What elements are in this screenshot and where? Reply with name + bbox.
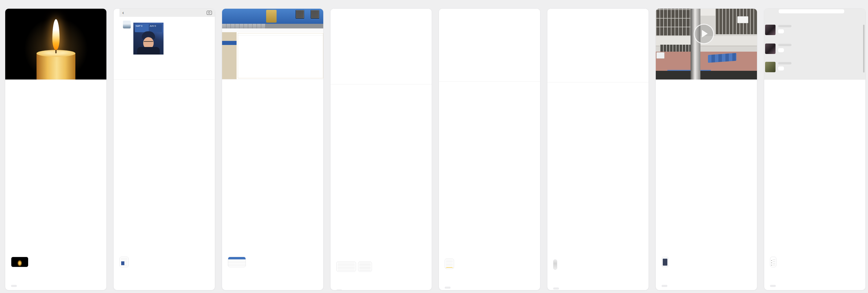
card-media <box>5 9 106 80</box>
deceased-description-field <box>770 171 860 212</box>
district-field <box>119 126 209 144</box>
card-media <box>764 9 865 80</box>
card-media <box>656 9 757 80</box>
card-body <box>5 80 106 287</box>
memorial-card[interactable] <box>764 9 865 290</box>
qr-code-icon <box>296 10 304 19</box>
card-body <box>764 80 865 287</box>
memorial-card[interactable] <box>547 9 649 290</box>
wechat-header: ‹ <box>119 9 215 17</box>
card-body <box>547 82 649 290</box>
city-field <box>661 101 751 124</box>
building-photo-part <box>656 52 664 59</box>
attachment-thumbnails <box>770 257 860 267</box>
deceased-description-field <box>553 174 643 215</box>
wechat-post-body: NAP 0JUV 0 <box>133 21 198 55</box>
address-field <box>770 146 860 169</box>
attachment-thumbnails <box>336 261 426 272</box>
nav-item <box>261 24 266 28</box>
chat-bubble <box>778 66 784 70</box>
nav-item <box>226 24 231 28</box>
deceased-description-field <box>119 171 209 212</box>
city-field <box>553 104 643 126</box>
direct-info-field <box>553 288 643 290</box>
text-thumbnail[interactable] <box>358 261 372 272</box>
memorial-card[interactable] <box>439 9 540 290</box>
redacted-username <box>778 25 792 27</box>
building-photo-part <box>690 9 701 80</box>
direct-info-field <box>770 285 860 287</box>
address-field <box>119 146 209 169</box>
textwide-thumbnail[interactable] <box>336 261 356 272</box>
city-field <box>770 101 860 124</box>
image-field <box>553 259 643 284</box>
image-field <box>770 257 860 281</box>
event-description-field <box>770 214 860 255</box>
avatar <box>123 21 131 28</box>
deceased-description-field <box>336 176 426 217</box>
avatar <box>765 43 776 54</box>
event-description-field <box>228 214 317 255</box>
back-chevron-icon: ‹ <box>122 10 124 16</box>
strip-thumbnail[interactable] <box>553 259 557 270</box>
attachment-thumbnails <box>661 257 751 267</box>
dark-thumbnail[interactable] <box>661 257 669 267</box>
chat-bubble <box>778 29 784 33</box>
attachment-thumbnails <box>228 257 317 267</box>
card-media <box>331 9 432 84</box>
empty-value-pill <box>770 285 776 287</box>
scoreboard-left: NAP 0 <box>135 24 149 32</box>
nav-item <box>257 24 261 28</box>
sidebar-selected-item <box>222 41 237 45</box>
city-field <box>119 101 209 124</box>
address-field <box>336 151 426 174</box>
district-field <box>228 126 317 144</box>
chat-bubble <box>779 9 844 13</box>
building-photo-part <box>656 52 757 71</box>
empty-value-pill <box>445 287 451 289</box>
play-icon <box>694 24 714 44</box>
card-body <box>331 84 432 290</box>
card-body <box>222 80 323 281</box>
site-thumbnail[interactable] <box>228 257 246 267</box>
card-number <box>770 86 860 99</box>
building-photo-part <box>715 9 757 34</box>
avatar <box>765 25 776 35</box>
event-description-field <box>119 214 209 255</box>
breadcrumb <box>222 28 323 32</box>
nav-item <box>244 24 248 28</box>
memorial-card[interactable] <box>331 9 432 290</box>
card-number <box>336 90 426 104</box>
textemoji-thumbnail[interactable] <box>445 259 454 269</box>
glasses-shape <box>144 41 153 45</box>
list-thumbnail[interactable] <box>770 257 776 267</box>
memorial-card[interactable] <box>222 9 323 290</box>
attachment-thumbnails <box>445 259 534 269</box>
memorial-card[interactable]: ‹NAP 0JUV 0 <box>114 9 215 290</box>
deceased-description-field <box>11 171 101 212</box>
card-body <box>656 80 757 287</box>
memorial-card[interactable] <box>5 9 106 290</box>
memorial-card[interactable] <box>656 9 757 290</box>
doc-thumbnail[interactable] <box>119 257 129 267</box>
wechat-post: NAP 0JUV 0 <box>119 17 215 55</box>
scrollbar[interactable] <box>863 25 865 72</box>
address-field <box>228 146 317 169</box>
candle-thumbnail[interactable] <box>11 257 28 267</box>
direct-info-field <box>661 285 751 287</box>
anniversary-emblem <box>266 10 277 23</box>
empty-value-pill <box>661 285 668 287</box>
hospital-site-sidebar <box>222 32 237 79</box>
image-field <box>336 261 426 286</box>
image-field <box>661 257 751 281</box>
memorial-card-gallery: ‹NAP 0JUV 0 <box>0 0 868 293</box>
district-field <box>661 126 751 144</box>
card-media <box>547 9 649 82</box>
nav-item <box>252 24 257 28</box>
address-field <box>553 149 643 171</box>
city-field <box>11 101 101 124</box>
nav-item <box>235 24 240 28</box>
redacted-username <box>778 44 792 46</box>
card-number <box>661 86 751 99</box>
panel-title <box>238 33 323 35</box>
